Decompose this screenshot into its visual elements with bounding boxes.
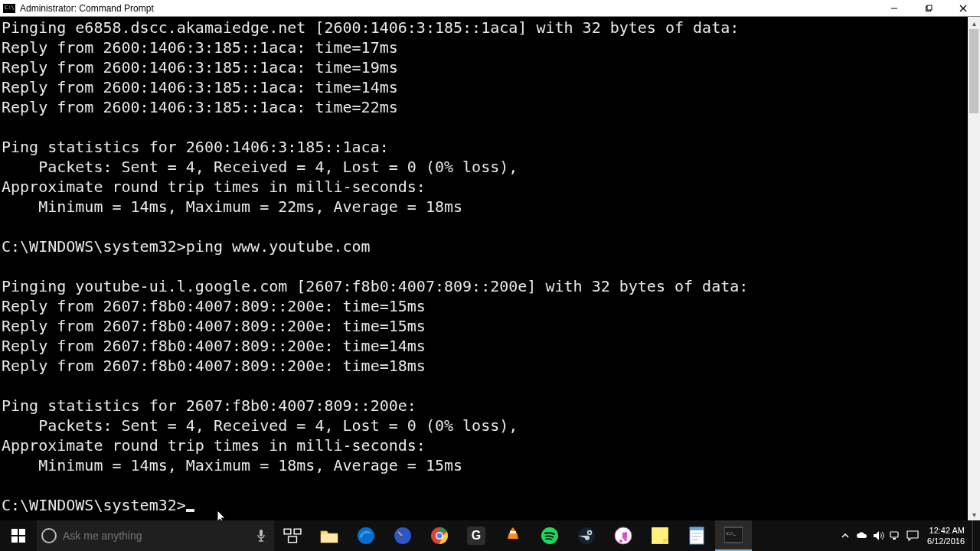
svg-rect-5 — [11, 529, 18, 535]
scroll-up-arrow-icon[interactable]: ▴ — [968, 17, 980, 29]
svg-rect-36 — [890, 532, 898, 537]
svg-rect-15 — [321, 534, 338, 543]
tray-overflow-icon[interactable] — [838, 529, 852, 543]
scroll-track[interactable] — [968, 29, 980, 508]
maximize-button[interactable] — [911, 0, 946, 16]
search-input[interactable] — [63, 530, 250, 542]
taskbar-app-file-explorer[interactable] — [311, 520, 348, 551]
clock-date: 6/12/2016 — [927, 536, 965, 546]
vertical-scrollbar[interactable]: ▴ ▾ — [968, 17, 980, 520]
svg-rect-7 — [11, 536, 18, 543]
terminal-area: Pinging e6858.dscc.akamaiedge.net [2600:… — [0, 17, 980, 520]
grammarly-icon: G — [467, 527, 485, 545]
svg-text:C:\_: C:\_ — [727, 530, 737, 536]
action-center-icon[interactable] — [906, 529, 920, 543]
svg-rect-13 — [294, 529, 301, 534]
svg-rect-37 — [893, 538, 896, 540]
taskbar: GC:\_ 12:42 AM 6/12/2016 — [0, 520, 980, 551]
chrome-icon — [430, 527, 449, 545]
taskbar-app-steam[interactable] — [568, 520, 605, 551]
svg-rect-2 — [927, 5, 932, 10]
steam-icon — [577, 527, 596, 545]
onedrive-icon[interactable] — [855, 529, 869, 543]
minimize-button[interactable] — [877, 0, 911, 16]
taskbar-app-chrome[interactable] — [421, 520, 458, 551]
scroll-thumb[interactable] — [969, 29, 978, 113]
svg-rect-6 — [19, 529, 25, 535]
taskbar-app-notepad[interactable] — [678, 520, 715, 551]
svg-rect-12 — [284, 529, 291, 534]
taskbar-app-grammarly[interactable]: G — [458, 520, 495, 551]
taskbar-app-spotify[interactable] — [531, 520, 568, 551]
cmd-window: Administrator: Command Prompt Pinging e6… — [0, 0, 980, 520]
clock[interactable]: 12:42 AM 6/12/2016 — [923, 525, 969, 546]
taskbar-app-vlc[interactable] — [495, 520, 531, 551]
svg-point-25 — [588, 531, 590, 533]
sticky-notes-icon — [651, 527, 669, 545]
svg-rect-8 — [19, 536, 25, 543]
network-icon[interactable] — [889, 529, 903, 543]
itunes-icon — [614, 527, 632, 545]
svg-rect-21 — [510, 531, 516, 533]
taskbar-app-itunes[interactable] — [605, 520, 642, 551]
taskbar-app-cmd[interactable]: C:\_ — [715, 520, 752, 551]
taskbar-app-task-view[interactable] — [274, 520, 311, 551]
terminal-output[interactable]: Pinging e6858.dscc.akamaiedge.net [2600:… — [0, 17, 968, 520]
taskbar-apps: GC:\_ — [274, 520, 752, 551]
cmd-icon: C:\_ — [724, 526, 743, 544]
close-button[interactable] — [946, 0, 980, 16]
mic-icon[interactable] — [256, 529, 266, 543]
cortana-search[interactable] — [37, 520, 274, 551]
scroll-down-arrow-icon[interactable]: ▾ — [968, 508, 980, 520]
clock-time: 12:42 AM — [927, 525, 965, 536]
svg-rect-14 — [289, 536, 297, 543]
window-title: Administrator: Command Prompt — [20, 3, 877, 14]
file-explorer-icon — [320, 527, 338, 545]
system-tray: 12:42 AM 6/12/2016 — [838, 520, 980, 551]
notepad-icon — [688, 527, 706, 545]
svg-rect-30 — [690, 527, 704, 530]
taskbar-app-firefox[interactable] — [384, 520, 421, 551]
edge-icon — [357, 527, 375, 545]
window-controls — [877, 0, 980, 16]
task-view-icon — [283, 527, 302, 545]
svg-rect-9 — [260, 530, 263, 536]
terminal-cursor — [186, 509, 194, 512]
start-button[interactable] — [0, 520, 37, 551]
vlc-icon — [504, 527, 522, 545]
taskbar-app-sticky-notes[interactable] — [642, 520, 678, 551]
show-desktop-button[interactable] — [972, 520, 977, 551]
taskbar-app-edge[interactable] — [348, 520, 384, 551]
firefox-icon — [394, 527, 412, 545]
titlebar[interactable]: Administrator: Command Prompt — [0, 0, 980, 17]
svg-point-20 — [437, 533, 443, 539]
volume-icon[interactable] — [872, 529, 886, 543]
spotify-icon — [541, 527, 559, 545]
cortana-icon — [41, 528, 57, 543]
cmd-icon — [3, 4, 15, 13]
